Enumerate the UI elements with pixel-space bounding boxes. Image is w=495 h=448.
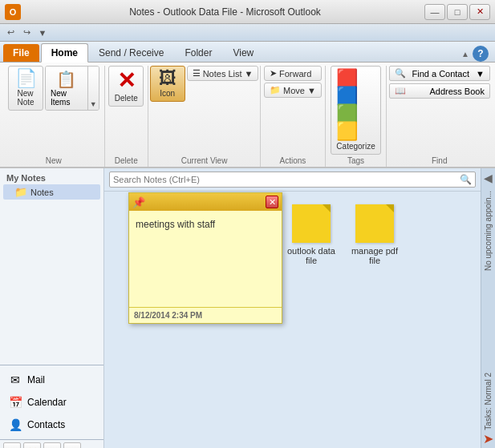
- new-note-button[interactable]: 📄 NewNote: [8, 66, 43, 111]
- undo-button[interactable]: ↩: [3, 26, 18, 40]
- note-popup-content[interactable]: meetings with staff: [129, 211, 282, 307]
- new-group-buttons: 📄 NewNote 📋 New Items ▼: [8, 66, 99, 155]
- tab-home[interactable]: Home: [41, 43, 88, 63]
- new-items-label: New Items: [51, 89, 83, 107]
- sidebar-tb-btn-4[interactable]: ⊞: [63, 442, 81, 448]
- sidebar-item-contacts[interactable]: 👤 Contacts: [3, 414, 100, 436]
- note-item-outlook-data-file[interactable]: outlook datafile: [287, 204, 335, 265]
- find-contact-icon: 🔍: [395, 68, 406, 79]
- note-label-manage-pdf-file: manage pdffile: [351, 246, 398, 265]
- forward-button[interactable]: ➤ Forward: [264, 66, 322, 81]
- new-items-dropdown[interactable]: ▼: [87, 67, 99, 110]
- actions-buttons: ➤ Forward 📁 Move ▼: [264, 66, 322, 98]
- content-toolbar: 🔍: [104, 168, 481, 192]
- find-contact-label: Find a Contact: [412, 69, 470, 79]
- maximize-button[interactable]: □: [447, 4, 468, 20]
- window-title: Notes - Outlook Data File - Microsoft Ou…: [26, 6, 424, 18]
- window-controls: — □ ✕: [424, 4, 490, 20]
- redo-button[interactable]: ↪: [19, 26, 34, 40]
- note-popup: 📌 ✕ meetings with staff 8/12/2014 2:34 P…: [128, 192, 282, 324]
- search-icon[interactable]: 🔍: [460, 174, 472, 185]
- address-book-icon: 📖: [395, 86, 406, 96]
- categorize-button[interactable]: 🟥🟦🟩🟨 Categorize: [331, 66, 382, 155]
- tab-folder[interactable]: Folder: [174, 43, 222, 62]
- search-input[interactable]: [113, 175, 460, 184]
- contacts-icon: 👤: [8, 418, 22, 432]
- sidebar-tb-btn-1[interactable]: 🗀: [3, 442, 21, 448]
- ribbon-tab-bar: File Home Send / Receive Folder View ▲ ?: [0, 42, 495, 63]
- delete-group-buttons: ✕ Delete: [108, 66, 144, 155]
- notes-list-button[interactable]: ☰ Notes List ▼: [187, 66, 259, 81]
- app-icon: O: [5, 4, 21, 20]
- my-notes-label: My Notes: [3, 172, 100, 184]
- tab-file[interactable]: File: [3, 44, 39, 62]
- minimize-ribbon-icon[interactable]: ▲: [461, 50, 469, 59]
- search-box[interactable]: 🔍: [109, 172, 476, 188]
- note-popup-footer: 8/12/2014 2:34 PM: [129, 307, 282, 323]
- ribbon-group-current-view: 🖼 Icon ☰ Notes List ▼ Current View: [148, 66, 261, 167]
- calendar-icon: 📅: [8, 395, 22, 410]
- categorize-label: Categorize: [336, 142, 375, 151]
- ribbon-group-find: 🔍 Find a Contact ▼ 📖 Address Book Find: [387, 66, 492, 167]
- tab-view[interactable]: View: [222, 43, 264, 62]
- folder-icon-notes: 📁: [14, 186, 27, 198]
- content-area: 🔍 📌 ✕ meetings with staff 8/12/2014 2:34…: [104, 168, 481, 448]
- forward-icon: ➤: [270, 68, 277, 79]
- right-panel-toggle[interactable]: ◀: [484, 172, 493, 184]
- delete-button[interactable]: ✕ Delete: [108, 66, 144, 107]
- note-text: meetings with staff: [136, 219, 215, 230]
- sidebar: My Notes 📁 Notes ✉ Mail 📅 Calendar 👤 Con…: [0, 168, 104, 448]
- new-items-icon: 📋: [56, 70, 76, 89]
- tasks-arrow-icon: ➤: [483, 431, 493, 446]
- note-close-button[interactable]: ✕: [266, 196, 278, 208]
- categorize-icon: 🟥🟦🟩🟨: [336, 70, 376, 140]
- icon-view-icon: 🖼: [159, 70, 176, 87]
- no-upcoming-label: No upcoming appoin...: [484, 191, 493, 271]
- sidebar-tb-btn-3[interactable]: ↑: [43, 442, 61, 448]
- ribbon-group-delete: ✕ Delete Delete: [105, 66, 148, 167]
- note-label-outlook-data-file: outlook datafile: [287, 246, 335, 265]
- note-item-manage-pdf-file[interactable]: manage pdffile: [351, 204, 398, 265]
- minimize-button[interactable]: —: [424, 4, 445, 20]
- tab-send-receive[interactable]: Send / Receive: [88, 43, 174, 62]
- tree-item-notes[interactable]: 📁 Notes: [3, 184, 100, 200]
- main-layout: My Notes 📁 Notes ✉ Mail 📅 Calendar 👤 Con…: [0, 168, 495, 448]
- icon-view-button[interactable]: 🖼 Icon: [150, 66, 185, 102]
- sidebar-tb-btn-2[interactable]: 📁: [23, 442, 41, 448]
- move-label: Move ▼: [283, 86, 316, 95]
- new-items-split-button: 📋 New Items ▼: [45, 66, 99, 111]
- find-contact-button[interactable]: 🔍 Find a Contact ▼: [389, 66, 490, 81]
- tags-group-label: Tags: [347, 155, 364, 167]
- ribbon-group-actions: ➤ Forward 📁 Move ▼ Actions: [261, 66, 325, 167]
- ribbon-group-tags: 🟥🟦🟩🟨 Categorize Tags: [326, 66, 387, 167]
- actions-group-label: Actions: [280, 155, 306, 167]
- help-button[interactable]: ?: [473, 46, 489, 62]
- address-book-button[interactable]: 📖 Address Book: [389, 83, 490, 99]
- close-button[interactable]: ✕: [469, 4, 490, 20]
- sidebar-toolbar: 🗀 📁 ↑ ⊞ ◀: [0, 439, 103, 448]
- calendar-label: Calendar: [27, 397, 67, 408]
- new-items-button[interactable]: 📋 New Items: [46, 67, 87, 110]
- notes-tree-label: Notes: [30, 188, 54, 197]
- ribbon-group-new: 📄 NewNote 📋 New Items ▼ New: [3, 66, 105, 167]
- note-icon-manage-pdf-file: [355, 204, 394, 243]
- new-note-label: NewNote: [17, 89, 34, 107]
- quick-access-toolbar: ↩ ↪ ▼: [0, 24, 495, 42]
- quick-access-dropdown[interactable]: ▼: [35, 26, 50, 40]
- sidebar-item-mail[interactable]: ✉ Mail: [3, 369, 100, 391]
- move-button[interactable]: 📁 Move ▼: [264, 83, 322, 98]
- icon-view-label: Icon: [160, 89, 175, 98]
- move-icon: 📁: [270, 85, 281, 95]
- sidebar-item-calendar[interactable]: 📅 Calendar: [3, 391, 100, 414]
- new-group-label: New: [46, 155, 62, 167]
- delete-label: Delete: [115, 94, 138, 103]
- sidebar-nav-bottom: ✉ Mail 📅 Calendar 👤 Contacts: [0, 365, 103, 439]
- title-bar: O Notes - Outlook Data File - Microsoft …: [0, 0, 495, 24]
- tasks-label: Tasks: Normal 2: [484, 373, 493, 430]
- find-contact-dropdown-icon: ▼: [476, 69, 485, 79]
- delete-group-label: Delete: [115, 155, 138, 167]
- contacts-label: Contacts: [27, 419, 65, 430]
- notes-list-icon: ☰: [193, 68, 201, 79]
- address-book-label: Address Book: [429, 87, 484, 96]
- note-popup-header: 📌 ✕: [129, 193, 282, 211]
